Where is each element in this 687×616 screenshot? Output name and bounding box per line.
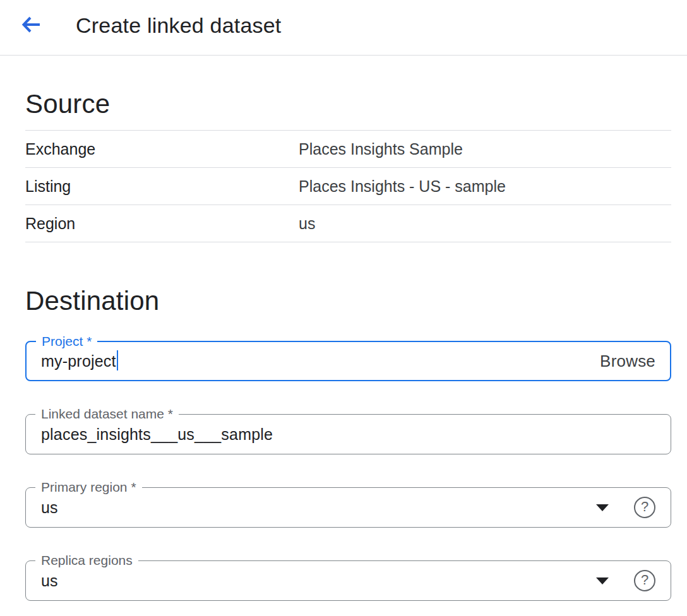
linked-dataset-name-field[interactable]: Linked dataset name * places_insights___… — [25, 414, 671, 454]
project-field-label: Project * — [36, 334, 97, 349]
region-value: us — [299, 215, 315, 233]
project-field[interactable]: Project * my-project Browse — [25, 341, 671, 381]
source-section-heading: Source — [25, 88, 671, 120]
primary-region-select[interactable]: Primary region * us ? — [25, 487, 671, 528]
listing-value: Places Insights - US - sample — [299, 177, 506, 196]
replica-regions-select[interactable]: Replica regions us ? — [25, 560, 671, 601]
source-row-listing: Listing Places Insights - US - sample — [25, 168, 671, 205]
text-cursor — [117, 350, 118, 370]
source-row-exchange: Exchange Places Insights Sample — [25, 131, 671, 168]
page-header: Create linked dataset — [0, 0, 687, 56]
primary-region-label: Primary region * — [35, 480, 142, 495]
primary-region-value: us — [41, 499, 58, 517]
source-row-region: Region us — [25, 205, 671, 242]
question-mark-icon: ? — [641, 500, 648, 514]
question-mark-icon: ? — [641, 573, 648, 587]
replica-regions-label: Replica regions — [35, 553, 138, 568]
region-label: Region — [25, 215, 299, 233]
primary-region-help-button[interactable]: ? — [634, 497, 655, 518]
linked-dataset-name-label: Linked dataset name * — [35, 406, 179, 422]
page-title: Create linked dataset — [76, 13, 282, 38]
exchange-label: Exchange — [25, 140, 299, 158]
browse-button[interactable]: Browse — [600, 352, 655, 371]
project-input-value[interactable]: my-project — [41, 352, 116, 370]
replica-regions-help-button[interactable]: ? — [634, 570, 655, 591]
listing-label: Listing — [25, 177, 299, 196]
exchange-value: Places Insights Sample — [299, 140, 463, 158]
chevron-down-icon[interactable] — [596, 578, 609, 584]
main-content: Source Exchange Places Insights Sample L… — [0, 88, 687, 601]
replica-regions-value: us — [41, 572, 58, 590]
back-button[interactable] — [19, 13, 44, 38]
source-info-table: Exchange Places Insights Sample Listing … — [25, 130, 671, 242]
chevron-down-icon[interactable] — [596, 504, 609, 511]
linked-dataset-name-value[interactable]: places_insights___us___sample — [41, 425, 273, 444]
arrow-left-icon — [21, 14, 42, 37]
destination-section-heading: Destination — [25, 285, 671, 317]
